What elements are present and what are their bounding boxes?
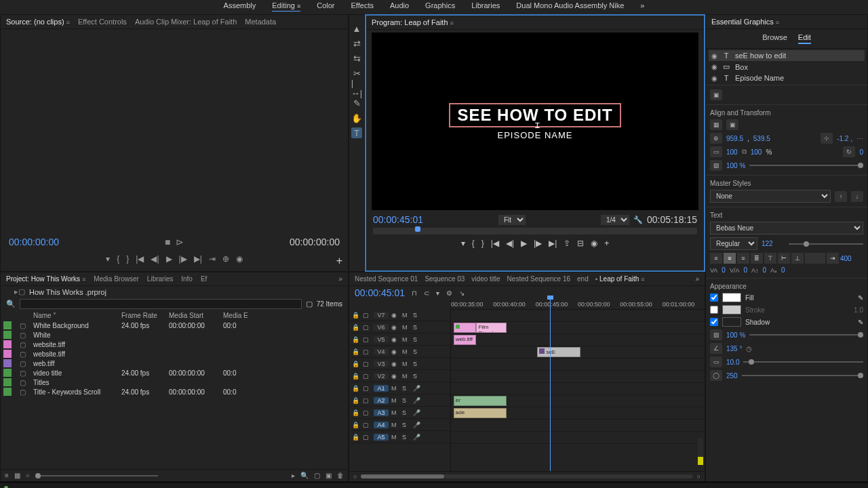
resolution-select[interactable]: 1/4 [601, 215, 629, 225]
lock-icon[interactable]: 🔒 [352, 385, 360, 392]
track-label[interactable]: V7 [374, 312, 389, 319]
mute-icon[interactable]: M [391, 434, 399, 441]
target-icon[interactable]: ▢ [363, 409, 371, 416]
target-icon[interactable]: ▢ [363, 434, 371, 441]
overwrite-icon[interactable]: ⊕ [222, 254, 229, 264]
libraries-tab[interactable]: Libraries [147, 275, 173, 283]
track-a4[interactable] [451, 420, 705, 432]
shadow-blur[interactable]: 250 [726, 372, 738, 380]
align-mid-icon[interactable]: ⊢ [778, 253, 790, 264]
scale-w[interactable]: 100 [726, 148, 738, 156]
eye-icon[interactable]: ◉ [391, 324, 399, 331]
mute-icon[interactable]: M [391, 397, 399, 404]
col-name[interactable]: Name ˅ [33, 312, 121, 319]
track-v7[interactable] [451, 310, 705, 322]
lock-icon[interactable]: 🔒 [352, 312, 360, 319]
target-icon[interactable]: ▢ [363, 422, 371, 428]
step-fwd-icon[interactable]: |▶ [534, 239, 542, 248]
ws-editing[interactable]: Editing ≡ [272, 1, 300, 12]
angle-dial-icon[interactable]: ◷ [746, 345, 752, 352]
export-frame-icon[interactable]: ◉ [236, 254, 243, 264]
audio-track-header[interactable]: 🔒▢A2MS🎤 [349, 394, 450, 407]
video-track-header[interactable]: 🔒▢V3◉MS [349, 358, 450, 370]
ripple-tool-icon[interactable]: ⇆ [351, 53, 362, 64]
rotation[interactable]: 0 [859, 148, 863, 156]
seq-tab[interactable]: Sequence 03 [425, 275, 465, 283]
source-tab-effectcontrols[interactable]: Effect Controls [78, 18, 127, 26]
video-track-header[interactable]: 🔒▢V4◉MS [349, 346, 450, 358]
shadow-swatch[interactable] [722, 317, 741, 327]
eyedropper-icon[interactable]: ✎ [858, 294, 863, 302]
align-video-icon[interactable]: ▦ [710, 119, 722, 130]
solo-icon[interactable]: S [413, 348, 421, 355]
mute-icon[interactable]: M [402, 348, 410, 355]
track-a1[interactable] [451, 383, 705, 395]
track-label[interactable]: A4 [374, 422, 389, 428]
lock-icon[interactable]: 🔒 [352, 348, 360, 355]
voice-icon[interactable]: 🎤 [413, 434, 421, 441]
list-view-icon[interactable]: ≡ [5, 472, 9, 479]
audio-track-header[interactable]: 🔒▢A3MS🎤 [349, 407, 450, 419]
track-a5[interactable] [451, 432, 705, 444]
track-label[interactable]: A2 [374, 397, 389, 404]
asset-row[interactable]: ▢ White [1, 330, 348, 340]
source-tab-source[interactable]: Source: (no clips) ≡ [6, 18, 70, 26]
razor-tool-icon[interactable]: ✂ [351, 68, 362, 79]
play-icon[interactable]: ▶ [521, 239, 527, 248]
audio-track-header[interactable]: 🔒▢A4MS🎤 [349, 419, 450, 431]
lock-icon[interactable]: 🔒 [352, 361, 360, 367]
snapshot-icon[interactable]: ◉ [591, 239, 597, 248]
solo-icon[interactable]: S [402, 434, 410, 441]
ws-assembly[interactable]: Assembly [224, 1, 256, 12]
audio-track-header[interactable]: 🔒▢A5MS🎤 [349, 431, 450, 443]
track-label[interactable]: V5 [374, 336, 389, 343]
trash-icon[interactable]: 🗑 [337, 472, 344, 479]
tracks-area[interactable]: 00:00:35:00 00:00:40:00 00:00:45:00 00:0… [451, 300, 705, 471]
leading[interactable]: 0 [763, 266, 767, 274]
source-tab-metadata[interactable]: Metadata [245, 18, 276, 26]
add-button-icon[interactable]: + [604, 239, 609, 248]
solo-icon[interactable]: S [413, 312, 421, 319]
font-weight-select[interactable]: Regular [710, 237, 757, 250]
program-title[interactable]: Program: Leap of Faith ≡ [372, 18, 454, 26]
label-color[interactable] [3, 359, 12, 367]
target-icon[interactable]: ▢ [363, 348, 371, 355]
bracket-in-icon[interactable]: { [472, 239, 475, 248]
mute-icon[interactable]: M [402, 336, 410, 343]
eye-icon[interactable]: ◉ [711, 63, 717, 70]
audio-clip[interactable]: er [454, 396, 507, 406]
target-icon[interactable]: ▢ [363, 324, 371, 331]
program-monitor[interactable]: SEE HOW TO EDIT EPISODE NAME Ꮖ [372, 33, 698, 210]
mute-icon[interactable]: M [402, 312, 410, 319]
new-layer-icon[interactable]: ▣ [710, 89, 722, 100]
go-out-icon[interactable]: ▶| [194, 254, 202, 264]
master-styles-select[interactable]: None [710, 190, 831, 203]
marker-icon[interactable]: ▾ [436, 289, 439, 297]
source-tab-audioclipmixer[interactable]: Audio Clip Mixer: Leap of Faith [135, 18, 237, 26]
subtitle-text[interactable]: EPISODE NAME [498, 130, 573, 140]
slip-tool-icon[interactable]: |↔| [351, 83, 362, 94]
lock-icon[interactable]: 🔒 [352, 373, 360, 380]
layer-item[interactable]: ◉▭Box [709, 61, 865, 73]
insert-icon[interactable]: ⇥ [209, 254, 216, 264]
effects-tab[interactable]: Ef [201, 275, 207, 283]
label-color[interactable] [3, 340, 12, 348]
push-style-icon[interactable]: ↑ [835, 191, 847, 202]
playhead-line[interactable] [550, 300, 551, 471]
source-tc-in[interactable]: 00:00:00:00 [9, 237, 59, 247]
label-color[interactable] [3, 331, 12, 339]
track-label[interactable]: A1 [374, 385, 389, 392]
label-color[interactable] [3, 388, 12, 396]
font-size-slider[interactable] [789, 243, 863, 245]
target-icon[interactable]: ▢ [363, 336, 371, 343]
extract-icon[interactable]: ⊟ [577, 239, 584, 248]
program-tc-current[interactable]: 00:00:45:01 [373, 214, 423, 225]
type-tool-icon[interactable]: T [351, 127, 362, 138]
solo-icon[interactable]: S [402, 397, 410, 404]
solo-icon[interactable]: S [413, 336, 421, 343]
source-monitor[interactable] [1, 29, 348, 232]
video-track-header[interactable]: 🔒▢V2◉MS [349, 370, 450, 382]
align-center-icon[interactable]: ≡ [724, 253, 736, 264]
media-browser-tab[interactable]: Media Browser [94, 275, 139, 283]
stroke-width[interactable]: 1.0 [854, 306, 863, 314]
